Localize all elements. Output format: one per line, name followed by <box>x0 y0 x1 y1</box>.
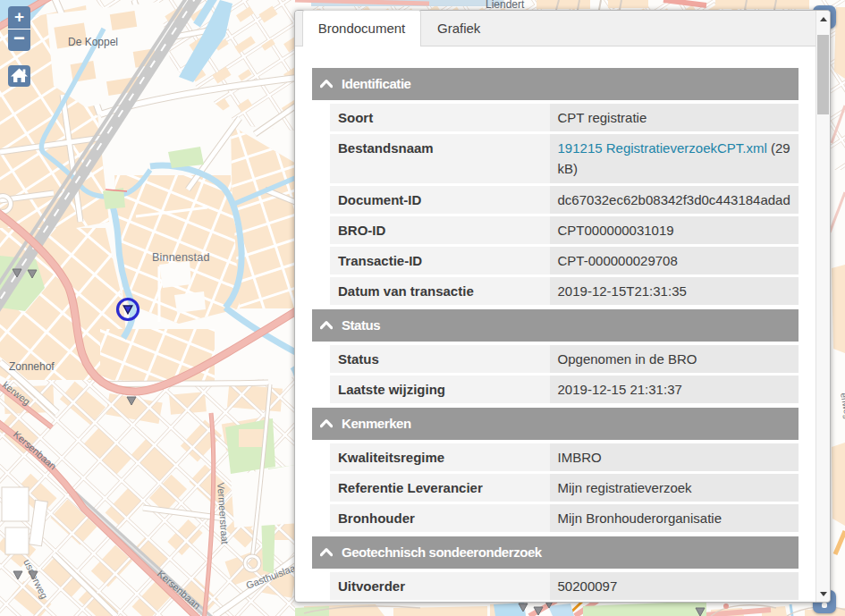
svg-text:Zonnehof: Zonnehof <box>9 360 55 373</box>
svg-text:Binnenstad: Binnenstad <box>152 251 210 264</box>
svg-text:De Koppel: De Koppel <box>68 36 118 48</box>
